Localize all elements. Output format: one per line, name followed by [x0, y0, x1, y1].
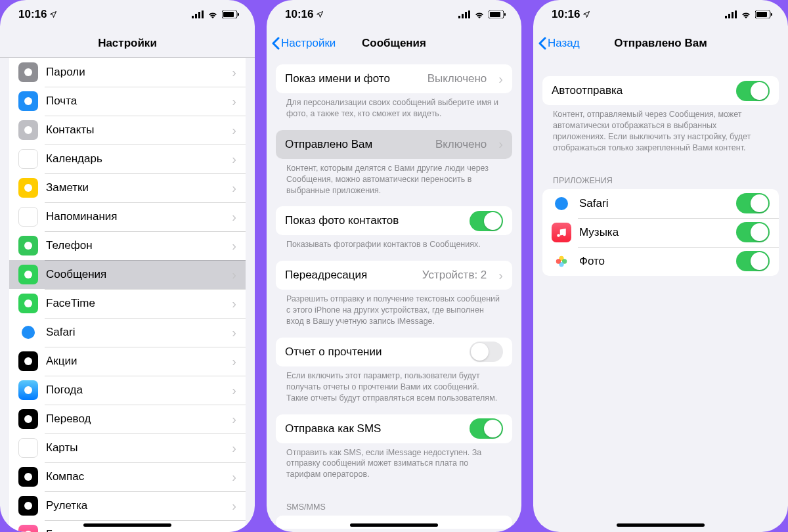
- navbar: Настройки Сообщения: [267, 29, 521, 58]
- row-label: Пароли: [46, 66, 220, 79]
- row-value: Устройств: 2: [422, 269, 487, 282]
- settings-row-погода[interactable]: Погода›: [9, 376, 246, 405]
- svg-rect-27: [458, 16, 460, 18]
- row-forwarding[interactable]: Переадресация Устройств: 2 ›: [276, 261, 512, 290]
- wifi-icon: [741, 11, 751, 18]
- row-auto-sharing[interactable]: Автоотправка: [542, 76, 779, 105]
- measure-icon: [18, 496, 38, 516]
- translate-icon: [18, 409, 38, 429]
- signal-icon: [192, 11, 204, 18]
- chevron-right-icon: ›: [498, 72, 503, 87]
- settings-row-рулетка[interactable]: Рулетка›: [9, 491, 246, 520]
- switch-фото[interactable]: [736, 251, 770, 271]
- svg-point-12: [24, 213, 32, 221]
- row-contact-photos[interactable]: Показ фото контактов: [276, 206, 512, 235]
- row-name-photo[interactable]: Показ имени и фото Выключено ›: [276, 64, 512, 93]
- safari-icon: [18, 322, 38, 342]
- svg-rect-34: [725, 16, 727, 18]
- chevron-right-icon: ›: [232, 238, 236, 254]
- svg-point-15: [24, 299, 32, 307]
- chevron-right-icon: ›: [232, 65, 236, 80]
- mail-icon: [18, 91, 38, 111]
- svg-point-10: [24, 155, 32, 163]
- safari-icon: [552, 194, 571, 213]
- chevron-right-icon: ›: [232, 123, 236, 138]
- page-title: Сообщения: [362, 37, 426, 50]
- svg-point-13: [24, 242, 32, 250]
- switch-contact-photos[interactable]: [470, 211, 503, 231]
- location-icon: [582, 11, 590, 18]
- home-indicator: [617, 523, 705, 527]
- row-label: Погода: [46, 384, 220, 397]
- messages-settings-screen: 10:16 Настройки Сообщения Показ имени и …: [267, 0, 521, 532]
- switch-safari[interactable]: [736, 193, 770, 213]
- row-label: FaceTime: [46, 297, 220, 310]
- settings-row-контакты[interactable]: Контакты›: [9, 116, 246, 144]
- back-button[interactable]: Назад: [538, 37, 580, 50]
- app-row-safari[interactable]: Safari: [542, 189, 779, 218]
- row-send-as-sms[interactable]: Отправка как SMS: [276, 414, 512, 443]
- row-shared-with-you[interactable]: Отправлено Вам Включено ›: [276, 130, 512, 159]
- settings-row-сообщения[interactable]: Сообщения›: [9, 260, 246, 289]
- app-row-фото[interactable]: Фото: [542, 247, 779, 276]
- key-icon: [18, 62, 38, 82]
- chevron-right-icon: ›: [232, 354, 236, 369]
- notes-icon: [18, 178, 38, 198]
- settings-row-пароли[interactable]: Пароли›: [9, 58, 246, 87]
- row-label: Заметки: [46, 181, 220, 194]
- maps-icon: [18, 438, 38, 458]
- page-title: Настройки: [98, 37, 157, 50]
- settings-screen: 10:16 Настройки Пароли›Почта›Контакты›Ка…: [0, 0, 255, 532]
- settings-row-календарь[interactable]: Календарь›: [9, 144, 246, 173]
- row-label: Перевод: [46, 412, 220, 426]
- svg-rect-1: [195, 14, 197, 18]
- svg-rect-37: [735, 11, 737, 18]
- contacts-icon: [18, 120, 38, 140]
- settings-row-почта[interactable]: Почта›: [9, 87, 246, 116]
- row-label: Музыка: [579, 226, 728, 239]
- svg-rect-40: [771, 13, 772, 16]
- svg-rect-32: [490, 12, 500, 17]
- row-label: Переадресация: [285, 269, 414, 282]
- status-time: 10:16: [285, 8, 313, 21]
- svg-rect-6: [238, 13, 239, 16]
- signal-icon: [725, 11, 737, 18]
- svg-rect-28: [462, 14, 464, 18]
- row-label: Показ имени и фото: [285, 72, 420, 85]
- settings-row-перевод[interactable]: Перевод›: [9, 405, 246, 433]
- row-label: Компас: [46, 470, 220, 483]
- svg-rect-35: [728, 14, 730, 18]
- settings-row-facetime[interactable]: FaceTime›: [9, 289, 246, 318]
- switch-send-as-sms[interactable]: [470, 418, 503, 439]
- switch-read-receipts[interactable]: [470, 342, 503, 362]
- chevron-right-icon: ›: [232, 412, 236, 427]
- row-label: Карты: [46, 441, 220, 454]
- settings-row-компас[interactable]: Компас›: [9, 462, 246, 491]
- messages-icon: [18, 265, 38, 284]
- row-read-receipts[interactable]: Отчет о прочтении: [276, 338, 512, 366]
- battery-icon: [489, 11, 506, 18]
- status-bar: 10:16: [267, 0, 521, 29]
- home-indicator: [83, 523, 171, 527]
- settings-row-safari[interactable]: Safari›: [9, 318, 246, 347]
- svg-point-11: [24, 184, 32, 192]
- chevron-right-icon: ›: [232, 267, 236, 282]
- svg-point-25: [24, 502, 32, 510]
- app-row-музыка[interactable]: Музыка: [542, 218, 779, 247]
- row-value: Включено: [435, 138, 487, 151]
- switch-музыка[interactable]: [736, 222, 770, 242]
- settings-row-карты[interactable]: Карты›: [9, 433, 246, 462]
- battery-icon: [222, 11, 239, 18]
- settings-row-телефон[interactable]: Телефон›: [9, 231, 246, 260]
- name-photo-footer: Для персонализации своих сообщений выбер…: [267, 93, 521, 130]
- back-label: Настройки: [281, 37, 336, 50]
- back-button[interactable]: Настройки: [272, 37, 336, 50]
- settings-row-акции[interactable]: Акции›: [9, 347, 246, 376]
- svg-rect-36: [732, 12, 733, 18]
- svg-point-21: [24, 386, 32, 394]
- calendar-icon: [18, 149, 38, 169]
- settings-row-напоминания[interactable]: Напоминания›: [9, 202, 246, 231]
- settings-row-заметки[interactable]: Заметки›: [9, 173, 246, 202]
- row-label: Отправлено Вам: [285, 138, 427, 151]
- switch-auto-sharing[interactable]: [736, 81, 770, 101]
